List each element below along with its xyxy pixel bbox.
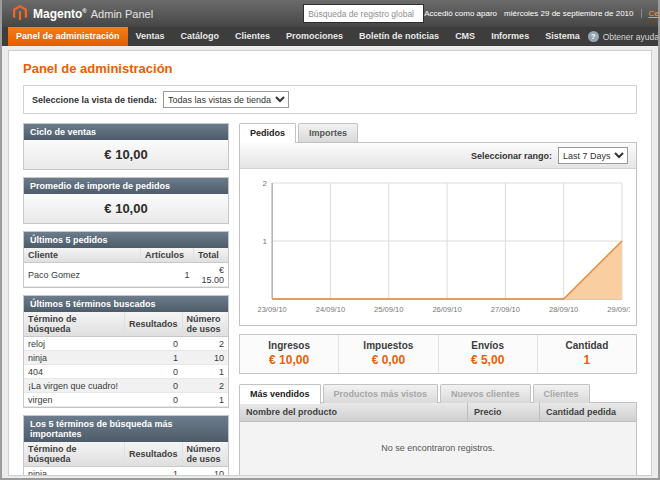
tab-orders[interactable]: Pedidos <box>239 123 296 143</box>
table-cell: virgen <box>24 393 125 407</box>
nav-item-sales[interactable]: Ventas <box>128 27 173 46</box>
column-header: Término de búsqueda <box>24 442 125 467</box>
stat-shipping: Envíos € 5,00 <box>438 335 537 373</box>
logout-link[interactable]: Cerrar Sesión <box>641 9 660 18</box>
orders-chart-box: Seleccionar rango: Last 7 Days 23/09/102… <box>239 142 637 326</box>
grid-tabs: Más vendidos Productos más vistos Nuevos… <box>239 384 637 403</box>
tab-customers[interactable]: Clientes <box>533 384 590 403</box>
average-orders-value: € 10,00 <box>24 194 228 223</box>
svg-text:2: 2 <box>263 179 268 188</box>
nav-item-customers[interactable]: Clientes <box>227 27 278 46</box>
main-nav: Panel de administración Ventas Catálogo … <box>2 27 658 46</box>
column-header-product: Nombre del producto <box>240 403 468 421</box>
page-title: Panel de administración <box>23 61 637 76</box>
table-cell: 0 <box>125 379 183 393</box>
table-cell: 10 <box>182 467 228 477</box>
table-row: virgen01 <box>24 393 228 407</box>
chart-area: 23/09/1024/09/1025/09/1026/09/1027/09/10… <box>240 169 636 325</box>
column-header: Número de usos <box>182 442 228 467</box>
column-header: Resultados <box>125 312 183 337</box>
nav-item-newsletter[interactable]: Boletín de noticias <box>351 27 447 46</box>
logo-registered-mark: ® <box>82 8 86 14</box>
page-help-link[interactable]: ? Obtener ayuda para esta página <box>588 27 660 46</box>
last-search-terms-panel: Últimos 5 términos buscados Término de b… <box>23 295 229 408</box>
magento-logo: Magento®Admin Panel <box>12 5 153 23</box>
stat-label: Envíos <box>439 340 537 351</box>
logo-brand: Magento <box>33 7 82 21</box>
last-search-terms-table: Término de búsqueda Resultados Número de… <box>24 312 228 407</box>
stat-label: Ingresos <box>240 340 338 351</box>
nav-item-reports[interactable]: Informes <box>483 27 537 46</box>
svg-text:24/09/10: 24/09/10 <box>316 305 345 314</box>
nav-item-promotions[interactable]: Promociones <box>278 27 351 46</box>
stat-label: Cantidad <box>538 340 636 351</box>
admin-window: Magento®Admin Panel Accedió como aparo m… <box>0 0 660 480</box>
column-header: Resultados <box>125 442 183 467</box>
nav-item-catalog[interactable]: Catálogo <box>173 27 228 46</box>
stat-label: Impuestos <box>339 340 437 351</box>
stat-tax: Impuestos € 0,00 <box>338 335 437 373</box>
nav-item-system[interactable]: Sistema <box>537 27 588 46</box>
store-view-switcher: Seleccione la vista de tienda: Todas las… <box>23 85 637 114</box>
top-search-terms-title: Los 5 términos de búsqueda más important… <box>24 416 228 442</box>
range-select[interactable]: Last 7 Days <box>558 147 628 164</box>
header-date: miércoles 29 de septiembre de 2010 <box>504 9 633 18</box>
chart-toolbar: Seleccionar rango: Last 7 Days <box>240 143 636 169</box>
grid-header: Nombre del producto Precio Cantidad pedi… <box>240 403 636 422</box>
table-cell: Paco Gomez <box>24 263 141 287</box>
svg-text:25/09/10: 25/09/10 <box>374 305 403 314</box>
table-cell: 2 <box>182 337 228 351</box>
column-header: Artículos <box>141 248 194 263</box>
table-cell: 0 <box>125 393 183 407</box>
table-cell: 404 <box>24 365 125 379</box>
stat-value: € 5,00 <box>439 353 537 367</box>
table-cell: reloj <box>24 337 125 351</box>
column-header-qty: Cantidad pedida <box>540 403 636 421</box>
column-header: Término de búsqueda <box>24 312 125 337</box>
store-view-select[interactable]: Todas las vistas de tienda <box>163 91 289 108</box>
table-row: ninja110 <box>24 351 228 365</box>
table-cell: 1 <box>182 393 228 407</box>
logged-in-text: Accedió como aparo <box>424 9 497 18</box>
last-orders-panel: Últimos 5 pedidos Cliente Artículos Tota… <box>23 231 229 288</box>
tab-most-viewed[interactable]: Productos más vistos <box>323 384 439 403</box>
table-cell: ninja <box>24 467 125 477</box>
stat-value: € 10,00 <box>240 353 338 367</box>
column-header: Cliente <box>24 248 141 263</box>
table-row: ninja110 <box>24 467 228 477</box>
tab-new-customers[interactable]: Nuevos clientes <box>440 384 531 403</box>
table-cell: 0 <box>125 365 183 379</box>
lifetime-sales-title: Ciclo de ventas <box>24 124 228 140</box>
stat-quantity: Cantidad 1 <box>537 335 636 373</box>
sidebar-column: Ciclo de ventas € 10,00 Promedio de impo… <box>23 123 229 476</box>
help-label: Obtener ayuda para esta página <box>603 32 660 42</box>
svg-text:28/09/10: 28/09/10 <box>549 305 578 314</box>
table-row: reloj02 <box>24 337 228 351</box>
nav-item-dashboard[interactable]: Panel de administración <box>8 27 128 46</box>
svg-text:23/09/10: 23/09/10 <box>257 305 286 314</box>
last-search-terms-title: Últimos 5 términos buscados <box>24 296 228 312</box>
column-header: Total <box>194 248 229 263</box>
table-row: ¡La virgen que cuadro!02 <box>24 379 228 393</box>
empty-records-message: No se encontraron registros. <box>240 422 636 476</box>
nav-item-cms[interactable]: CMS <box>447 27 483 46</box>
stat-revenue: Ingresos € 10,00 <box>240 335 338 373</box>
table-cell: 1 <box>125 351 183 365</box>
store-view-label: Seleccione la vista de tienda: <box>32 95 157 105</box>
column-header-price: Precio <box>468 403 540 421</box>
global-search-input[interactable] <box>303 4 424 23</box>
table-cell: 1 <box>182 365 228 379</box>
table-row: Paco Gomez1€ 15.00 <box>24 263 228 287</box>
tab-bestsellers[interactable]: Más vendidos <box>239 384 321 404</box>
svg-text:27/09/10: 27/09/10 <box>491 305 520 314</box>
last-orders-table: Cliente Artículos Total Paco Gomez1€ 15.… <box>24 248 228 287</box>
table-cell: 10 <box>182 351 228 365</box>
table-cell: ¡La virgen que cuadro! <box>24 379 125 393</box>
svg-text:29/09/10: 29/09/10 <box>607 305 630 314</box>
tab-amounts[interactable]: Importes <box>298 123 358 142</box>
page-content: Panel de administración Seleccione la vi… <box>8 50 652 476</box>
svg-text:26/09/10: 26/09/10 <box>432 305 461 314</box>
dashboard-main: Pedidos Importes Seleccionar rango: Last… <box>239 123 637 476</box>
table-cell: € 15.00 <box>194 263 229 287</box>
bestsellers-grid: Nombre del producto Precio Cantidad pedi… <box>239 402 637 476</box>
